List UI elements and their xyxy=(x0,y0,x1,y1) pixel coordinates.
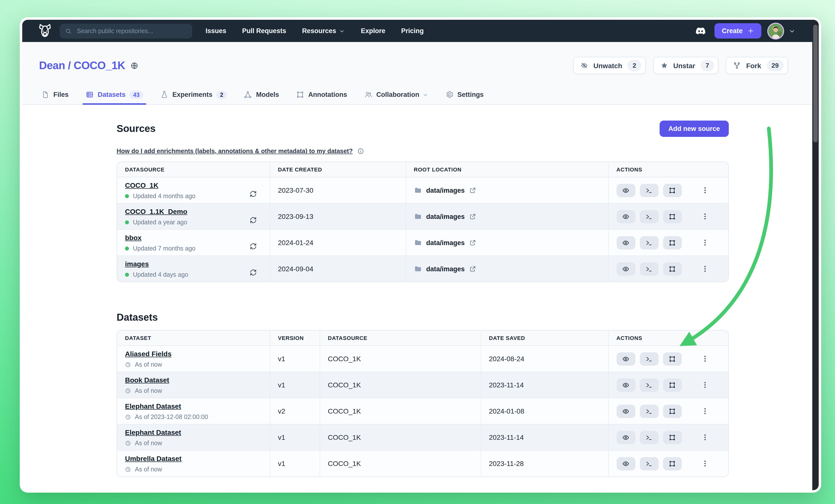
dataset-link[interactable]: Elephant Dataset xyxy=(125,428,181,436)
terminal-icon xyxy=(645,434,653,441)
refresh-button[interactable] xyxy=(249,269,257,276)
annotate-button[interactable] xyxy=(663,236,681,249)
nav-item-issues[interactable]: Issues xyxy=(206,27,226,35)
tab-files[interactable]: Files xyxy=(41,90,69,104)
dataset-cell: Aliased FieldsAs of now xyxy=(117,346,270,372)
datasource-link[interactable]: bbox xyxy=(125,234,142,241)
refresh-button[interactable] xyxy=(249,217,257,224)
tab-experiments[interactable]: Experiments2 xyxy=(160,90,227,104)
dataset-link[interactable]: Elephant Dataset xyxy=(125,402,181,410)
tab-label: Models xyxy=(256,91,279,98)
add-new-source-button[interactable]: Add new source xyxy=(659,121,729,137)
search-input-wrap[interactable] xyxy=(60,23,192,38)
main-content: Sources Add new source How do I add enri… xyxy=(117,105,729,477)
tab-datasets[interactable]: Datasets43 xyxy=(85,90,143,104)
tab-collaboration[interactable]: Collaboration xyxy=(364,90,428,104)
preview-button[interactable] xyxy=(616,352,635,365)
external-link-icon[interactable] xyxy=(469,266,475,272)
info-icon[interactable] xyxy=(357,148,364,155)
tab-models[interactable]: Models xyxy=(244,90,279,104)
preview-button[interactable] xyxy=(616,404,635,418)
clock-icon xyxy=(125,440,131,446)
annotate-button[interactable] xyxy=(663,457,681,470)
refresh-button[interactable] xyxy=(249,243,257,250)
nav-item-pricing[interactable]: Pricing xyxy=(401,27,424,35)
terminal-button[interactable] xyxy=(639,404,658,418)
tab-annotations[interactable]: Annotations xyxy=(296,90,347,104)
updated-text: Updated 7 months ago xyxy=(133,245,196,252)
annotate-button[interactable] xyxy=(663,431,681,444)
column-header: ACTIONS xyxy=(608,330,729,346)
external-link-icon[interactable] xyxy=(469,187,475,194)
dataset-link[interactable]: Book Dataset xyxy=(125,376,169,384)
scrollbar-thumb[interactable] xyxy=(813,25,818,142)
preview-button[interactable] xyxy=(616,431,635,444)
preview-button[interactable] xyxy=(616,184,635,197)
terminal-button[interactable] xyxy=(639,352,658,365)
root-location-cell: data/images xyxy=(406,203,608,229)
create-button[interactable]: Create xyxy=(714,23,761,39)
annotate-button[interactable] xyxy=(663,210,681,223)
annotate-icon xyxy=(669,434,676,441)
external-link-icon[interactable] xyxy=(469,213,475,220)
tab-settings[interactable]: Settings xyxy=(445,90,484,104)
scrollbar-track[interactable] xyxy=(812,20,819,490)
kebab-menu-button[interactable] xyxy=(701,407,709,415)
search-input[interactable] xyxy=(76,27,187,35)
repo-title-text[interactable]: Dean / COCO_1K xyxy=(39,59,125,73)
annotate-button[interactable] xyxy=(663,378,681,391)
discord-icon[interactable] xyxy=(695,25,706,36)
annotate-button[interactable] xyxy=(663,262,681,276)
kebab-menu-button[interactable] xyxy=(701,213,709,220)
nav-item-explore[interactable]: Explore xyxy=(361,27,385,35)
terminal-button[interactable] xyxy=(639,457,658,470)
terminal-icon xyxy=(645,460,653,467)
preview-button[interactable] xyxy=(616,378,635,391)
preview-button[interactable] xyxy=(616,457,635,470)
avatar[interactable] xyxy=(767,22,784,39)
terminal-button[interactable] xyxy=(639,210,658,223)
enrichments-help-link[interactable]: How do I add enrichments (labels, annota… xyxy=(117,148,353,155)
annotate-button[interactable] xyxy=(663,184,681,197)
dataset-link[interactable]: Aliased Fields xyxy=(125,349,171,358)
terminal-button[interactable] xyxy=(639,431,658,444)
date-created-cell: 2023-07-30 xyxy=(270,177,406,203)
kebab-menu-button[interactable] xyxy=(701,355,709,363)
kebab-menu-button[interactable] xyxy=(701,460,709,467)
sources-table-row: bboxUpdated 7 months ago2024-01-24data/i… xyxy=(117,229,729,256)
terminal-button[interactable] xyxy=(639,236,658,249)
unwatch-button[interactable]: Unwatch2 xyxy=(573,57,646,74)
dataset-link[interactable]: Umbrella Dataset xyxy=(125,454,182,462)
datasource-link[interactable]: COCO_1.1K_Demo xyxy=(125,207,187,215)
sources-title: Sources xyxy=(117,123,156,135)
preview-button[interactable] xyxy=(616,210,635,223)
terminal-button[interactable] xyxy=(639,378,658,391)
kebab-menu-button[interactable] xyxy=(701,265,709,273)
terminal-icon xyxy=(645,213,653,220)
datasource-link[interactable]: COCO_1K xyxy=(125,181,158,189)
kebab-menu-button[interactable] xyxy=(701,434,709,441)
preview-button[interactable] xyxy=(616,236,635,249)
dagshub-logo-icon[interactable] xyxy=(37,22,53,39)
actions-cell xyxy=(608,177,729,203)
annotate-button[interactable] xyxy=(663,404,681,418)
annotate-button[interactable] xyxy=(663,352,681,365)
preview-button[interactable] xyxy=(616,262,635,276)
kebab-menu-button[interactable] xyxy=(701,239,709,246)
nav-item-pull-requests[interactable]: Pull Requests xyxy=(242,27,286,35)
kebab-menu-button[interactable] xyxy=(701,381,709,389)
as-of-text: As of now xyxy=(135,466,162,472)
chevron-down-icon[interactable] xyxy=(789,27,795,34)
terminal-button[interactable] xyxy=(639,184,658,197)
eye-icon xyxy=(622,407,629,415)
eye-icon xyxy=(622,460,629,467)
unstar-button[interactable]: Unstar7 xyxy=(653,57,718,74)
nav-item-resources[interactable]: Resources xyxy=(302,27,345,35)
fork-button[interactable]: Fork29 xyxy=(726,57,788,74)
external-link-icon[interactable] xyxy=(469,239,475,246)
date-created-cell: 2023-09-13 xyxy=(270,203,406,229)
datasource-link[interactable]: images xyxy=(125,260,149,267)
kebab-menu-button[interactable] xyxy=(701,186,709,194)
terminal-button[interactable] xyxy=(639,262,658,276)
refresh-button[interactable] xyxy=(249,190,257,198)
